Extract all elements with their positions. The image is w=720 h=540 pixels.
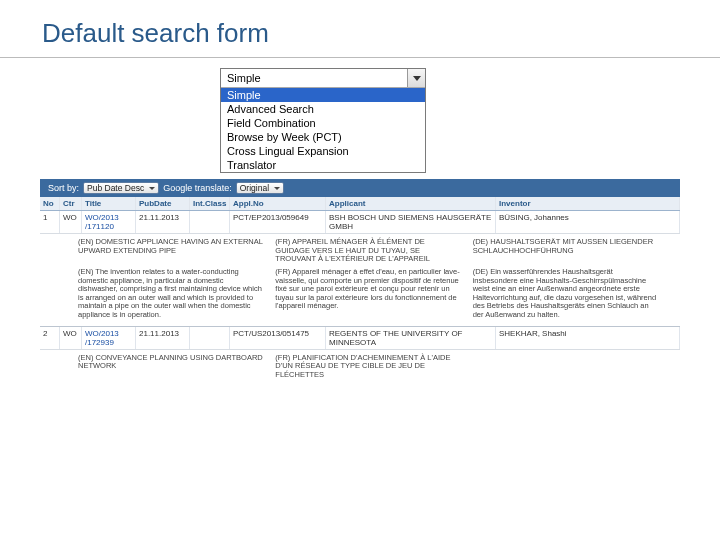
cell-no: 1 [40,211,60,233]
cell-applicant: BSH BOSCH UND SIEMENS HAUSGERÄTE GMBH [326,211,496,233]
results-header-row: No Ctr Title PubDate Int.Class Appl.No A… [40,197,680,211]
cell-title-link[interactable]: WO/2013 /171120 [82,211,136,233]
page-title: Default search form [0,0,720,57]
col-no: No [40,197,60,210]
dropdown-options: Simple Advanced Search Field Combination… [221,88,425,172]
dropdown-option[interactable]: Simple [221,88,425,102]
cell-ctr: WO [60,211,82,233]
cell-no: 2 [40,327,60,349]
dropdown-option[interactable]: Cross Lingual Expansion [221,144,425,158]
title-en: (EN) DOMESTIC APPLIANCE HAVING AN EXTERN… [78,238,263,264]
cell-inventor: SHEKHAR, Shashi [496,327,680,349]
sort-select[interactable]: Pub Date Desc [83,182,159,194]
search-mode-dropdown[interactable]: Simple Simple Advanced Search Field Comb… [220,68,426,173]
title-en: (EN) CONVEYANCE PLANNING USING DARTBOARD… [78,354,263,380]
cell-ctr: WO [60,327,82,349]
cell-intclass [190,211,230,233]
chevron-down-icon[interactable] [407,69,425,87]
cell-intclass [190,327,230,349]
title-fr: (FR) APPAREIL MÉNAGER À ÉLÉMENT DE GUIDA… [275,238,460,264]
cell-applno: PCT/EP2013/059649 [230,211,326,233]
dropdown-option[interactable]: Advanced Search [221,102,425,116]
table-row: 1 WO WO/2013 /171120 21.11.2013 PCT/EP20… [40,211,680,234]
table-row: 2 WO WO/2013 /172939 21.11.2013 PCT/US20… [40,327,680,350]
screenshot-region: Simple Simple Advanced Search Field Comb… [40,68,680,386]
col-applicant: Applicant [326,197,496,210]
cell-applicant: REGENTS OF THE UNIVERSITY OF MINNESOTA [326,327,496,349]
col-pubdate: PubDate [136,197,190,210]
cell-applno: PCT/US2013/051475 [230,327,326,349]
translate-select[interactable]: Original [236,182,284,194]
abstract-en: (EN) The invention relates to a water-co… [78,268,263,320]
cell-title-link[interactable]: WO/2013 /172939 [82,327,136,349]
dropdown-option[interactable]: Translator [221,158,425,172]
col-intclass: Int.Class [190,197,230,210]
translate-label: Google translate: [163,183,232,193]
title-de: (DE) HAUSHALTSGERÄT MIT AUSSEN LIEGENDER… [473,238,658,264]
result-titles: (EN) CONVEYANCE PLANNING USING DARTBOARD… [40,350,680,386]
cell-inventor: BÜSING, Johannes [496,211,680,233]
cell-pubdate: 21.11.2013 [136,327,190,349]
sort-label: Sort by: [48,183,79,193]
col-applno: Appl.No [230,197,326,210]
cell-pubdate: 21.11.2013 [136,211,190,233]
divider [0,57,720,58]
dropdown-option[interactable]: Field Combination [221,116,425,130]
abstract-de: (DE) Ein wasserführendes Haushaltsgerät … [473,268,658,320]
results-toolbar: Sort by: Pub Date Desc Google translate:… [40,179,680,197]
title-de [473,354,658,380]
col-title: Title [82,197,136,210]
dropdown-option[interactable]: Browse by Week (PCT) [221,130,425,144]
result-titles: (EN) DOMESTIC APPLIANCE HAVING AN EXTERN… [40,234,680,327]
col-inventor: Inventor [496,197,680,210]
title-fr: (FR) PLANIFICATION D'ACHEMINEMENT À L'AI… [275,354,460,380]
col-ctr: Ctr [60,197,82,210]
dropdown-selected: Simple [221,70,407,86]
abstract-fr: (FR) Appareil ménager à effet d'eau, en … [275,268,460,320]
